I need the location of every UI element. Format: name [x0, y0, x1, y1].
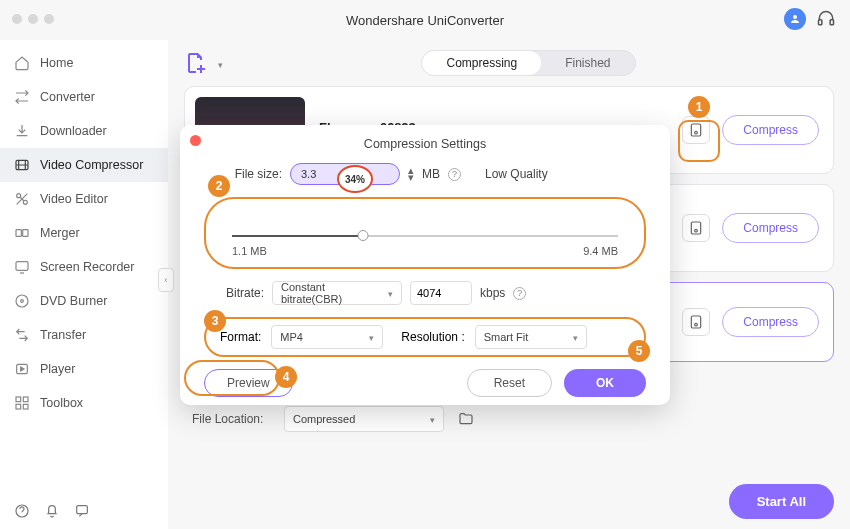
sidebar-item-player[interactable]: Player — [0, 352, 168, 386]
sidebar-item-toolbox[interactable]: Toolbox — [0, 386, 168, 420]
sidebar-item-merger[interactable]: Merger — [0, 216, 168, 250]
tab-compressing[interactable]: Compressing — [422, 51, 541, 75]
add-file-icon[interactable] — [184, 51, 208, 75]
dialog-title: Compression Settings — [204, 135, 646, 163]
file-location-label: File Location: — [192, 412, 270, 426]
svg-rect-13 — [23, 397, 28, 402]
sidebar-item-transfer[interactable]: Transfer — [0, 318, 168, 352]
sidebar-item-downloader[interactable]: Downloader — [0, 114, 168, 148]
sidebar-item-label: Downloader — [40, 124, 107, 138]
compress-button[interactable]: Compress — [722, 307, 819, 337]
settings-gear-icon[interactable] — [682, 214, 710, 242]
file-size-stepper[interactable]: ▴▾ — [408, 167, 414, 181]
svg-rect-1 — [819, 20, 822, 25]
sidebar-item-home[interactable]: Home — [0, 46, 168, 80]
sidebar-item-label: Transfer — [40, 328, 86, 342]
close-icon[interactable] — [190, 135, 201, 146]
title-bar: Wondershare UniConverter — [0, 0, 850, 40]
sidebar-item-dvd-burner[interactable]: DVD Burner — [0, 284, 168, 318]
svg-rect-23 — [77, 506, 88, 514]
bitrate-mode-select[interactable]: Constant bitrate(CBR) — [272, 281, 402, 305]
annotation-badge: 4 — [275, 366, 297, 388]
sidebar-item-label: Merger — [40, 226, 80, 240]
annotation-badge: 2 — [208, 175, 230, 197]
feedback-icon[interactable] — [74, 503, 90, 519]
sidebar: Home Converter Downloader Video Compress… — [0, 40, 168, 529]
sidebar-item-converter[interactable]: Converter — [0, 80, 168, 114]
user-avatar-icon[interactable] — [784, 8, 806, 30]
sidebar-item-label: Screen Recorder — [40, 260, 135, 274]
app-title: Wondershare UniConverter — [346, 13, 504, 28]
compression-settings-dialog: Compression Settings File size: ▴▾ MB ? … — [180, 125, 670, 405]
window-controls[interactable] — [12, 14, 54, 24]
sidebar-item-label: Video Compressor — [40, 158, 143, 172]
quality-label: Low Quality — [485, 167, 548, 181]
annotation-badge: 1 — [688, 96, 710, 118]
slider-max-label: 9.4 MB — [583, 245, 618, 257]
status-tabs: Compressing Finished — [421, 50, 635, 76]
help-icon[interactable]: ? — [513, 287, 526, 300]
support-headset-icon[interactable] — [816, 9, 836, 29]
svg-rect-6 — [16, 230, 21, 237]
size-slider[interactable] — [232, 235, 618, 237]
sidebar-item-video-compressor[interactable]: Video Compressor — [0, 148, 168, 182]
svg-point-21 — [695, 323, 698, 326]
svg-rect-2 — [830, 20, 833, 25]
file-size-unit: MB — [422, 167, 440, 181]
svg-point-9 — [16, 295, 28, 307]
sidebar-item-label: Converter — [40, 90, 95, 104]
compress-button[interactable]: Compress — [722, 213, 819, 243]
size-slider-container: 34% 1.1 MB 9.4 MB — [204, 197, 646, 269]
add-file-dropdown-icon[interactable] — [214, 54, 223, 72]
open-folder-icon[interactable] — [458, 411, 474, 427]
settings-gear-icon[interactable] — [682, 116, 710, 144]
start-all-button[interactable]: Start All — [729, 484, 834, 519]
sidebar-item-screen-recorder[interactable]: Screen Recorder — [0, 250, 168, 284]
file-size-label: File size: — [228, 167, 282, 181]
sidebar-item-label: Video Editor — [40, 192, 108, 206]
svg-rect-15 — [23, 404, 28, 409]
bitrate-unit: kbps — [480, 286, 505, 300]
svg-point-17 — [695, 131, 698, 134]
settings-gear-icon[interactable] — [682, 308, 710, 336]
bell-icon[interactable] — [44, 503, 60, 519]
sidebar-item-label: Home — [40, 56, 73, 70]
sidebar-item-label: DVD Burner — [40, 294, 107, 308]
annotation-badge: 3 — [204, 310, 226, 332]
compress-button[interactable]: Compress — [722, 115, 819, 145]
slider-thumb[interactable] — [358, 230, 369, 241]
ok-button[interactable]: OK — [564, 369, 646, 397]
format-row: Format: MP4 Resolution : Smart Fit — [204, 317, 646, 357]
format-select[interactable]: MP4 — [271, 325, 383, 349]
svg-point-10 — [21, 300, 24, 303]
svg-point-0 — [793, 15, 797, 19]
resolution-select[interactable]: Smart Fit — [475, 325, 587, 349]
bitrate-value-input[interactable] — [410, 281, 472, 305]
svg-rect-8 — [16, 262, 28, 271]
help-icon[interactable]: ? — [448, 168, 461, 181]
resolution-label: Resolution : — [401, 330, 464, 344]
slider-min-label: 1.1 MB — [232, 245, 267, 257]
footer-bar: File Location: Compressed — [184, 404, 834, 432]
reset-button[interactable]: Reset — [467, 369, 552, 397]
svg-rect-12 — [16, 397, 21, 402]
svg-rect-14 — [16, 404, 21, 409]
annotation-badge: 5 — [628, 340, 650, 362]
tab-finished[interactable]: Finished — [541, 51, 634, 75]
slider-percent-badge: 34% — [337, 165, 373, 193]
sidebar-item-label: Toolbox — [40, 396, 83, 410]
bitrate-label: Bitrate: — [222, 286, 264, 300]
sidebar-item-label: Player — [40, 362, 75, 376]
format-label: Format: — [220, 330, 261, 344]
svg-point-19 — [695, 229, 698, 232]
help-icon[interactable] — [14, 503, 30, 519]
sidebar-item-video-editor[interactable]: Video Editor — [0, 182, 168, 216]
file-location-select[interactable]: Compressed — [284, 406, 444, 432]
svg-rect-7 — [23, 230, 28, 237]
